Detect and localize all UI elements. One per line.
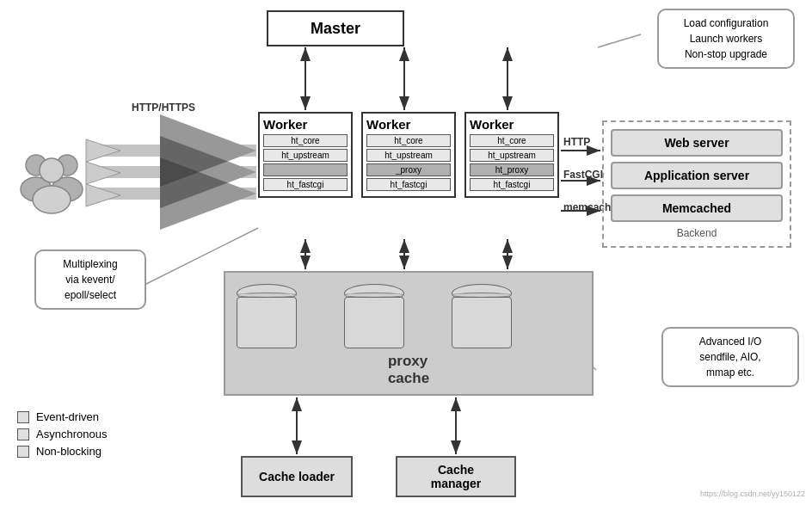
worker3-module-2: ht_upstream (470, 149, 554, 162)
callout-top-text: Load configurationLaunch workersNon-stop… (684, 17, 769, 60)
cache-loader-box: Cache loader (241, 456, 353, 497)
cylinder-2-body (344, 297, 404, 348)
legend-square-3 (17, 446, 29, 458)
callout-left: Multiplexingvia kevent/epoll/select (34, 249, 146, 310)
cylinders-row (237, 284, 512, 353)
worker2-label: Worker (366, 117, 451, 132)
callout-top: Load configurationLaunch workersNon-stop… (657, 9, 795, 69)
diagram-container: Master Load configurationLaunch workersN… (0, 0, 812, 505)
legend-label-1: Event-driven (36, 410, 99, 423)
cylinder-2 (344, 284, 404, 353)
worker2-box: Worker ht_core ht_upstream _proxy ht_fas… (361, 112, 456, 198)
svg-line-21 (598, 34, 641, 47)
legend-square-2 (17, 428, 29, 440)
worker1-module-4: ht_fastcgi (263, 178, 348, 191)
svg-marker-11 (86, 162, 120, 184)
legend-item-3: Non-blocking (17, 445, 107, 458)
cylinder-1 (237, 284, 297, 353)
legend-item-1: Event-driven (17, 410, 107, 423)
legend-label-3: Non-blocking (36, 445, 102, 458)
worker1-label: Worker (263, 117, 348, 132)
worker3-box: Worker ht_core ht_upstream ht_proxy ht_f… (464, 112, 559, 198)
cylinder-3-body (452, 297, 512, 348)
worker2-module-1: ht_core (366, 134, 451, 147)
worker3-module-4: ht_fastcgi (470, 178, 554, 191)
cache-manager-box: Cache manager (396, 456, 516, 497)
callout-bottomright: Advanced I/Osendfile, AIO,mmap etc. (661, 327, 799, 387)
master-label: Master (311, 20, 360, 38)
backend-web-server: Web server (611, 129, 783, 157)
cache-manager-label: Cache manager (411, 463, 501, 490)
worker1-module-1: ht_core (263, 134, 348, 147)
svg-point-29 (33, 186, 71, 213)
proxy-cache-label: proxycache (388, 353, 429, 387)
callout-left-text: Multiplexingvia kevent/epoll/select (63, 258, 117, 301)
http-label: HTTP (563, 136, 590, 148)
worker2-module-4: ht_fastcgi (366, 178, 451, 191)
worker2-module-3: _proxy (366, 163, 451, 176)
worker2-module-2: ht_upstream (366, 149, 451, 162)
callout-bottomright-text: Advanced I/Osendfile, AIO,mmap etc. (699, 336, 762, 379)
legend: Event-driven Asynchronous Non-blocking (17, 410, 107, 462)
cylinder-3 (452, 284, 512, 353)
backend-app-server: Application server (611, 162, 783, 189)
users-icon (17, 146, 86, 215)
backend-memcached: Memcached (611, 194, 783, 222)
http-https-label: HTTP/HTTPS (132, 102, 195, 114)
fastcgi-label: FastCGI (563, 169, 603, 181)
worker3-module-3: ht_proxy (470, 163, 554, 176)
backend-label: Backend (611, 227, 783, 239)
legend-label-2: Asynchronous (36, 428, 107, 440)
svg-marker-12 (86, 184, 120, 206)
legend-square-1 (17, 411, 29, 423)
worker1-module-3 (263, 163, 348, 176)
master-box: Master (267, 10, 404, 46)
watermark: https://blog.csdn.net/yy150122 (700, 490, 805, 498)
legend-item-2: Asynchronous (17, 428, 107, 440)
worker1-module-2: ht_upstream (263, 149, 348, 162)
backend-box: Web server Application server Memcached … (602, 120, 791, 248)
worker3-module-1: ht_core (470, 134, 554, 147)
worker1-box: Worker ht_core ht_upstream ht_fastcgi (258, 112, 353, 198)
worker3-label: Worker (470, 117, 554, 132)
cylinder-1-body (237, 297, 297, 348)
svg-marker-10 (86, 139, 120, 162)
svg-point-28 (40, 158, 64, 182)
cache-loader-label: Cache loader (259, 470, 335, 483)
